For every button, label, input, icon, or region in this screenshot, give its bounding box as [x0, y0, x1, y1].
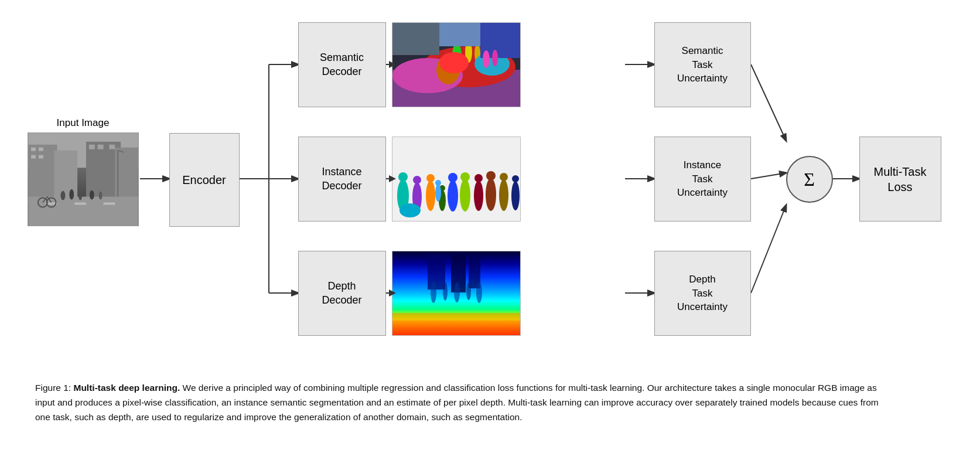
- svg-point-66: [448, 173, 457, 182]
- depth-uncertainty-box: Depth Task Uncertainty: [654, 251, 751, 336]
- svg-rect-40: [28, 133, 138, 226]
- svg-point-65: [448, 180, 458, 212]
- svg-point-61: [426, 180, 435, 211]
- svg-point-58: [398, 172, 408, 182]
- encoder-box: Encoder: [169, 133, 240, 227]
- svg-point-87: [466, 282, 471, 300]
- svg-point-88: [476, 282, 482, 303]
- semantic-output-image: [392, 22, 521, 107]
- svg-point-60: [413, 176, 421, 184]
- svg-line-11: [751, 205, 786, 293]
- svg-point-72: [486, 171, 496, 180]
- svg-rect-50: [392, 23, 439, 55]
- svg-point-76: [512, 175, 519, 182]
- svg-point-75: [511, 181, 520, 210]
- svg-point-78: [435, 184, 441, 202]
- input-section: Input Image: [28, 117, 139, 226]
- svg-point-71: [486, 178, 496, 211]
- semantic-decoder-box: Semantic Decoder: [298, 22, 386, 107]
- svg-rect-52: [439, 23, 480, 46]
- svg-point-69: [474, 180, 483, 211]
- svg-point-54: [492, 50, 498, 66]
- svg-point-79: [435, 180, 441, 186]
- svg-point-86: [454, 282, 460, 302]
- sigma-symbol: Σ: [786, 156, 833, 203]
- instance-output-image: [392, 137, 521, 222]
- svg-point-84: [431, 282, 436, 303]
- input-label: Input Image: [57, 117, 110, 129]
- svg-point-53: [483, 50, 490, 68]
- depth-output-image: [392, 251, 521, 336]
- depth-decoder-box: Depth Decoder: [298, 251, 386, 336]
- svg-line-10: [751, 173, 786, 179]
- svg-point-77: [399, 203, 421, 217]
- figure-caption: Figure 1: Multi-task deep learning. We d…: [23, 375, 902, 424]
- svg-point-68: [460, 172, 470, 182]
- svg-point-85: [443, 282, 448, 301]
- semantic-uncertainty-box: Semantic Task Uncertainty: [654, 22, 751, 107]
- instance-decoder-box: Instance Decoder: [298, 137, 386, 222]
- svg-rect-81: [428, 254, 445, 290]
- svg-line-9: [751, 64, 786, 141]
- svg-rect-90: [392, 321, 521, 336]
- instance-uncertainty-box: Instance Task Uncertainty: [654, 137, 751, 222]
- svg-point-62: [426, 174, 435, 182]
- input-image: [28, 132, 139, 226]
- svg-point-73: [499, 179, 508, 211]
- svg-point-70: [474, 174, 483, 182]
- svg-point-55: [439, 52, 469, 73]
- svg-point-74: [500, 173, 508, 181]
- diagram-wrapper: Input Image: [28, 12, 953, 375]
- multi-task-loss-box: Multi-Task Loss: [859, 137, 941, 222]
- svg-point-67: [460, 179, 470, 212]
